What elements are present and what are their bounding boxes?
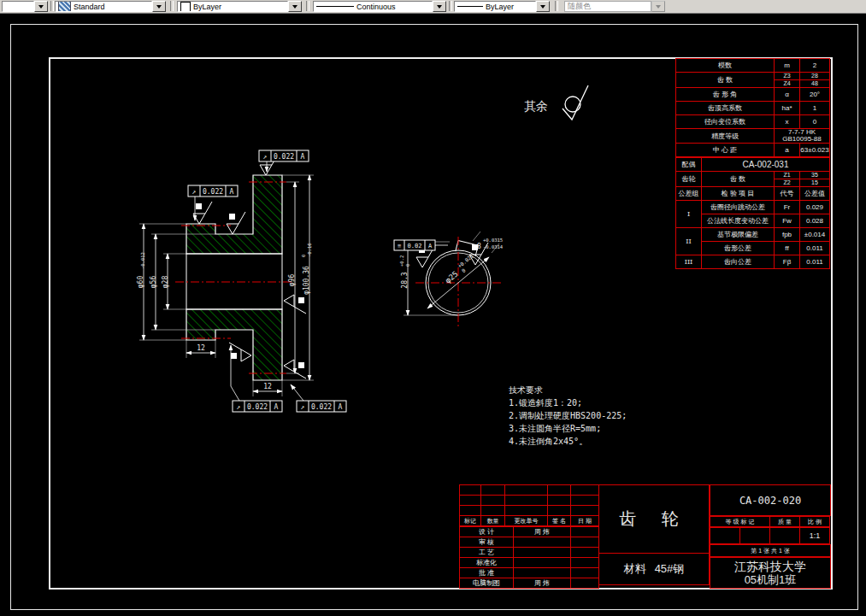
surface-roughness-icon bbox=[229, 343, 251, 361]
svg-text:0.022: 0.022 bbox=[311, 403, 332, 411]
linetype-preview-icon bbox=[316, 6, 354, 7]
table-row: 1:1 bbox=[710, 528, 830, 544]
text-style-dropdown-button[interactable] bbox=[152, 1, 166, 12]
dim-hub-width: 12 bbox=[197, 344, 205, 352]
drawing-number-cell: CA-002-020 bbox=[710, 484, 831, 516]
table-row bbox=[460, 485, 599, 496]
dim-pitch-diameter: φ96 bbox=[288, 274, 296, 287]
lineweight-control-dropdown-button[interactable] bbox=[536, 1, 550, 12]
docked-combo-dropdown-button[interactable] bbox=[34, 1, 48, 12]
table-row bbox=[460, 506, 599, 516]
revision-table: 标记 数量 更改单号 签 名 日 期 bbox=[459, 484, 599, 526]
gear-data-table: 模数m2 齿 数 Z328 Z448 齿 形 角α20° 齿顶高系数ha*1 径… bbox=[675, 58, 830, 157]
svg-text:0.022: 0.022 bbox=[247, 403, 268, 411]
scale-value: 1:1 bbox=[800, 528, 830, 544]
color-control-combo[interactable]: ByLayer bbox=[177, 1, 302, 12]
svg-text:+0.0315: +0.0315 bbox=[483, 238, 503, 243]
school-cell: 江苏科技大学 05机制1班 bbox=[710, 557, 831, 589]
text-style-combo[interactable]: Standard bbox=[55, 1, 166, 12]
material-value: 45#钢 bbox=[655, 561, 685, 577]
table-row bbox=[460, 496, 599, 506]
technical-requirements: 技术要求 1.锻造斜度1：20; 2.调制处理硬度HBS200-225; 3.未… bbox=[509, 384, 627, 448]
toolbar-separator bbox=[50, 1, 54, 11]
title-block: 标记 数量 更改单号 签 名 日 期 设 计周 炜 审 核 工 艺 标准化 批 … bbox=[459, 484, 829, 585]
color-control-field[interactable]: ByLayer bbox=[177, 1, 288, 12]
table-row: 配偶CA-002-031 bbox=[676, 158, 830, 172]
svg-text:φ56: φ56 bbox=[150, 276, 157, 289]
fcf-runout-top-right: ↗ 0.022 A bbox=[259, 150, 309, 172]
class-name: 05机制1班 bbox=[745, 573, 797, 587]
color-control-dropdown-button[interactable] bbox=[288, 1, 302, 12]
table-row: 齿轮齿 数 Z135 Z215 bbox=[676, 172, 830, 187]
svg-text:-0.16: -0.16 bbox=[307, 243, 312, 257]
linetype-control-dropdown-button[interactable] bbox=[433, 1, 446, 12]
svg-text:A: A bbox=[230, 188, 234, 196]
svg-text:φ25: φ25 bbox=[444, 269, 460, 285]
linetype-control-combo[interactable]: Continuous bbox=[313, 1, 446, 12]
table-row: 模数m2 bbox=[676, 59, 830, 73]
surplus-roughness-note: 其余 bbox=[524, 85, 588, 120]
tech-req-item: 1.锻造斜度1：20; bbox=[509, 396, 627, 409]
svg-text:+0.2: +0.2 bbox=[399, 255, 404, 267]
table-row: 中 心 距a63±0.023 bbox=[676, 144, 830, 157]
text-style-field[interactable]: Standard bbox=[55, 1, 152, 12]
plotstyle-control-combo: 随颜色 bbox=[564, 1, 665, 12]
chevron-down-icon bbox=[156, 5, 162, 9]
table-row: I齿圈径向跳动公差Fr0.029 bbox=[676, 201, 830, 214]
svg-text:A: A bbox=[274, 403, 279, 411]
chevron-down-icon bbox=[540, 5, 545, 9]
toolbar-separator bbox=[449, 1, 452, 11]
dim-d28: φ28 bbox=[162, 276, 169, 289]
text-style-value: Standard bbox=[74, 3, 105, 11]
plotstyle-control-value: 随颜色 bbox=[568, 1, 591, 12]
drawing-info-section: CA-002-020 等 级 标 记 质 量 比 例 1:1 第 1 张 共 1… bbox=[710, 484, 829, 589]
signature-table: 设 计周 炜 审 核 工 艺 标准化 批 准 电脑制图周 炜 bbox=[459, 526, 599, 589]
svg-text:φ60: φ60 bbox=[137, 276, 144, 289]
tech-req-item: 4.未注倒角2x45°。 bbox=[509, 435, 627, 448]
part-name: 齿 轮 bbox=[619, 507, 689, 531]
color-control-value: ByLayer bbox=[193, 3, 221, 11]
table-row: 工 艺 bbox=[460, 548, 599, 558]
svg-text:28.3: 28.3 bbox=[401, 272, 409, 288]
lineweight-control-field[interactable]: ByLayer bbox=[454, 1, 536, 12]
part-name-cell: 齿 轮 bbox=[598, 484, 710, 554]
svg-text:0: 0 bbox=[460, 267, 467, 273]
runout-symbol: ↗ bbox=[237, 403, 241, 411]
toolbar-separator bbox=[170, 1, 174, 11]
cad-application-window: { "toolbar": { "style_combo": {"value": … bbox=[0, 0, 866, 616]
table-row: 等 级 标 记 质 量 比 例 bbox=[710, 517, 830, 527]
svg-text:0: 0 bbox=[301, 255, 306, 257]
sheet-info-cell: 第 1 张 共 1 张 bbox=[710, 544, 831, 557]
table-row: 精度等级 7-7-7 HKGB10095-88 bbox=[676, 129, 830, 144]
lineweight-control-combo[interactable]: ByLayer bbox=[454, 1, 550, 12]
chevron-down-icon bbox=[38, 5, 44, 9]
properties-toolbar: Standard ByLayer Continuous ByLayer 随颜色 bbox=[0, 0, 866, 14]
gear-check-table: 配偶CA-002-031 齿轮齿 数 Z135 Z215 公差组检 验 项 目代… bbox=[675, 157, 830, 269]
table-row: 审 核 bbox=[460, 537, 599, 548]
docked-combo-field[interactable] bbox=[2, 1, 34, 12]
dim-tip-diameter: φ100.36 0 -0.16 bbox=[301, 243, 312, 294]
school-name: 江苏科技大学 bbox=[734, 560, 806, 573]
dim-keyway-depth: 28.3 +0.2 0 bbox=[399, 255, 410, 289]
table-row: 径向变位系数x0 bbox=[676, 115, 830, 129]
color-swatch-icon bbox=[180, 2, 191, 12]
plotstyle-control-field: 随颜色 bbox=[564, 1, 651, 12]
linetype-control-field[interactable]: Continuous bbox=[313, 1, 433, 12]
table-row: 电脑制图周 炜 bbox=[460, 578, 599, 589]
svg-text:φ96: φ96 bbox=[288, 274, 296, 287]
docked-combo-partial[interactable] bbox=[2, 1, 48, 12]
tech-req-item: 3.未注圆角半径R=5mm; bbox=[509, 422, 627, 435]
table-row: 齿 形 角α20° bbox=[676, 88, 830, 102]
runout-symbol: ↗ bbox=[263, 153, 268, 161]
tech-req-item: 2.调制处理硬度HBS200-225; bbox=[509, 409, 627, 422]
table-row: 设 计周 炜 bbox=[460, 527, 599, 537]
table-row: II基节极限偏差fpb±0.014 bbox=[676, 228, 830, 242]
lineweight-preview-icon bbox=[457, 6, 483, 7]
dim-rim-width: 12 bbox=[263, 383, 272, 390]
table-row: 标记 数量 更改单号 签 名 日 期 bbox=[460, 516, 599, 526]
svg-text:A: A bbox=[301, 153, 305, 161]
table-row: 齿 数 Z328 Z448 bbox=[676, 73, 830, 88]
scale-header-row: 等 级 标 记 质 量 比 例 bbox=[710, 516, 830, 527]
svg-text:φ28: φ28 bbox=[162, 276, 169, 289]
table-row: 批 准 bbox=[460, 568, 599, 578]
